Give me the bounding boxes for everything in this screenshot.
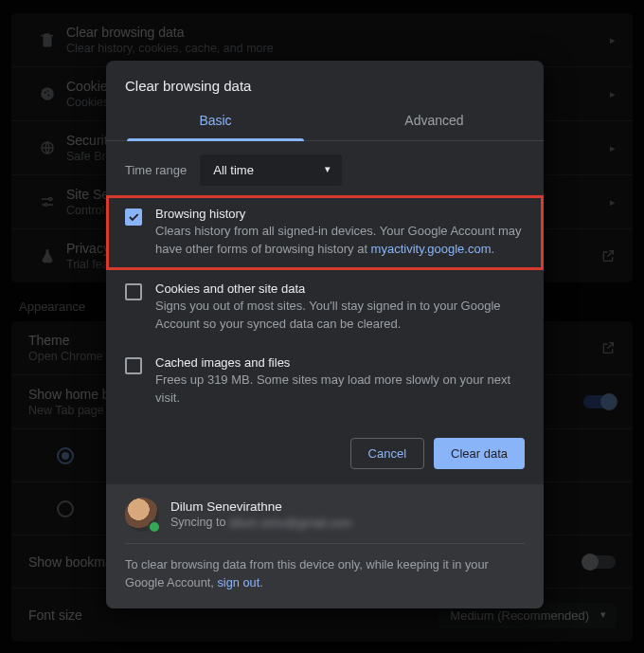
profile-row: Dilum Senevirathne Syncing to dilum.senv… [125,498,525,544]
option-desc: Clears history from all signed-in device… [155,223,525,259]
option-title: Browsing history [155,207,525,221]
dialog-tabs: Basic Advanced [106,101,544,141]
option-desc: Frees up 319 MB. Some sites may load mor… [155,372,525,408]
option-cookies[interactable]: Cookies and other site data Signs you ou… [106,270,544,345]
sync-badge-icon [148,520,161,534]
time-range-label: Time range [125,163,187,177]
profile-name: Dilum Senevirathne [170,499,351,514]
tab-advanced[interactable]: Advanced [325,101,544,140]
dialog-actions: Cancel Clear data [106,419,544,484]
checkbox-cache[interactable] [125,357,142,374]
footer-text: To clear browsing data from this device … [125,557,489,590]
checkbox-cookies[interactable] [125,283,142,300]
cancel-button[interactable]: Cancel [350,438,424,469]
profile-email-blurred: dilum.senv@gmail.com [229,517,351,530]
option-title: Cookies and other site data [155,281,525,296]
profile-syncing: Syncing to dilum.senv@gmail.com [170,516,351,530]
option-browsing-history[interactable]: Browsing history Clears history from all… [106,195,544,270]
avatar [125,498,159,532]
clear-data-button[interactable]: Clear data [434,438,525,469]
option-desc: Signs you out of most sites. You'll stay… [155,298,525,334]
time-range-row: Time range All time [106,141,544,195]
tab-basic[interactable]: Basic [106,101,325,140]
syncing-label: Syncing to [170,516,229,529]
footer-note: To clear browsing data from this device … [125,555,525,591]
myactivity-link[interactable]: myactivity.google.com [371,242,492,256]
clear-browsing-data-dialog: Clear browsing data Basic Advanced Time … [106,61,544,608]
option-cache[interactable]: Cached images and files Frees up 319 MB.… [106,344,544,419]
footer-text-tail: . [259,575,263,590]
desc-text-tail: . [492,242,495,256]
option-title: Cached images and files [155,355,525,370]
dialog-title: Clear browsing data [106,61,544,101]
time-range-select[interactable]: All time [200,154,342,186]
checkbox-browsing-history[interactable] [125,209,142,226]
dialog-footer: Dilum Senevirathne Syncing to dilum.senv… [106,484,544,608]
sign-out-link[interactable]: sign out [217,575,259,590]
